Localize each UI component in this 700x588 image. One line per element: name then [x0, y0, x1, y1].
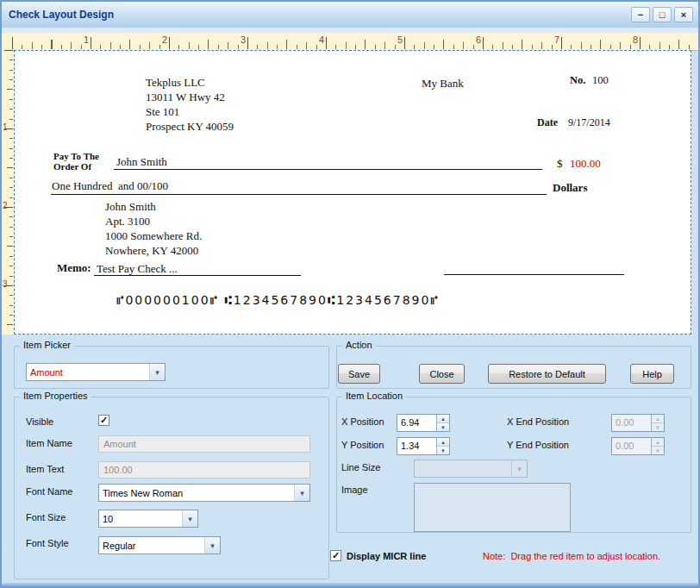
- vertical-ruler: 1 2 3: [2, 50, 15, 335]
- ruler-number: 3: [228, 34, 246, 45]
- font-name-select[interactable]: Times New Roman ▾: [98, 484, 310, 502]
- y-end-position-value: 0.00: [612, 438, 651, 454]
- font-style-select[interactable]: Regular ▾: [98, 536, 221, 554]
- ruler-number: 7: [542, 34, 559, 45]
- display-micr-label: Display MICR line: [347, 551, 426, 561]
- ruler-number: 1: [3, 122, 8, 132]
- payee-address-item[interactable]: John Smith Apt. 3100 1000 Somewhere Rd. …: [105, 199, 202, 258]
- window-controls: − □ ×: [631, 7, 693, 22]
- chevron-down-icon: ▾: [511, 460, 527, 477]
- save-button[interactable]: Save: [338, 364, 380, 384]
- company-line: Prospect KY 40059: [146, 119, 234, 134]
- check-design-canvas[interactable]: Tekplus LLC 13011 W Hwy 42 Ste 101 Prosp…: [14, 50, 691, 335]
- item-text-label: Item Text: [26, 464, 64, 474]
- amount-words-item[interactable]: One Hundred and 00/100: [52, 179, 168, 193]
- memo-underline: [94, 275, 301, 276]
- spin-up-icon: ▲: [652, 438, 664, 447]
- dollar-sign[interactable]: $: [557, 157, 563, 171]
- chevron-down-icon: ▾: [294, 485, 309, 501]
- ruler-number: 1: [72, 34, 89, 45]
- date-value[interactable]: 9/17/2014: [568, 116, 610, 129]
- line-size-label: Line Size: [341, 462, 380, 472]
- signature-line: [444, 274, 624, 275]
- action-group-label: Action: [342, 340, 376, 350]
- spin-down-icon: ▼: [652, 423, 664, 431]
- y-position-label: Y Position: [341, 440, 384, 450]
- item-name-label: Item Name: [26, 438, 72, 448]
- y-position-stepper[interactable]: 1.34 ▲▼: [397, 437, 450, 455]
- line-size-select: ▾: [414, 460, 528, 478]
- pay-to-label-line2[interactable]: Order Of: [53, 161, 91, 172]
- company-line: Ste 101: [146, 104, 234, 119]
- font-size-value: 10: [99, 514, 182, 524]
- title-bar: Check Layout Design − □ ×: [2, 2, 698, 28]
- check-number-label[interactable]: No.: [570, 74, 585, 87]
- font-size-select[interactable]: 10 ▾: [98, 510, 198, 528]
- check-number-value[interactable]: 100: [592, 74, 609, 87]
- window-bottom-edge: [2, 583, 698, 586]
- ruler-number: 3: [3, 279, 8, 289]
- ruler-number: 4: [307, 34, 324, 45]
- company-address-item[interactable]: Tekplus LLC 13011 W Hwy 42 Ste 101 Prosp…: [146, 75, 234, 134]
- x-position-stepper[interactable]: 6.94 ▲▼: [397, 414, 450, 432]
- font-name-label: Font Name: [26, 486, 72, 497]
- horizontal-ruler: 1 2 3 4 5 6 7 8: [2, 33, 698, 51]
- x-end-position-label: X End Position: [507, 416, 569, 427]
- display-micr-checkbox[interactable]: ✓: [330, 550, 341, 561]
- bank-name-item[interactable]: My Bank: [422, 77, 464, 91]
- ruler-number: 2: [150, 34, 167, 45]
- font-name-value: Times New Roman: [99, 488, 294, 498]
- item-picker-select[interactable]: Amount ▾: [26, 363, 166, 381]
- item-name-field[interactable]: Amount: [98, 435, 310, 453]
- font-style-label: Font Style: [26, 538, 69, 548]
- ruler-ticks-inch: [12, 37, 698, 49]
- payee-address-line: John Smith: [105, 199, 202, 214]
- visible-checkbox[interactable]: ✓: [98, 415, 109, 426]
- maximize-icon[interactable]: □: [653, 7, 672, 22]
- font-size-label: Font Size: [26, 512, 66, 522]
- chevron-down-icon: ▾: [149, 364, 165, 380]
- visible-label: Visible: [26, 416, 53, 427]
- check-layout-design-window: Check Layout Design − □ × 1 2 3 4 5 6 7 …: [0, 0, 700, 588]
- spin-down-icon[interactable]: ▼: [437, 447, 449, 454]
- amount-item-selected[interactable]: 100.00: [570, 157, 601, 171]
- font-style-value: Regular: [99, 541, 204, 551]
- x-position-value: 6.94: [397, 415, 436, 431]
- payee-name-item[interactable]: John Smith: [116, 155, 167, 169]
- payee-address-line: Nowhere, KY 42000: [105, 243, 202, 258]
- pay-to-label-line1[interactable]: Pay To The: [53, 151, 99, 161]
- spin-up-icon[interactable]: ▲: [437, 438, 449, 447]
- chevron-down-icon: ▾: [182, 510, 197, 527]
- micr-line-item[interactable]: ⑈000000100⑈ ⑆1234567890⑆1234567890⑈: [116, 293, 440, 307]
- close-button[interactable]: Close: [419, 364, 465, 384]
- ruler-number: 5: [385, 34, 403, 45]
- amount-words-underline: [51, 194, 547, 195]
- close-icon[interactable]: ×: [674, 7, 693, 22]
- minimize-icon[interactable]: −: [631, 7, 650, 22]
- item-location-group-label: Item Location: [342, 391, 406, 401]
- dollars-label[interactable]: Dollars: [553, 181, 587, 195]
- memo-label[interactable]: Memo:: [57, 261, 91, 275]
- help-button[interactable]: Help: [630, 364, 674, 384]
- window-title: Check Layout Design: [9, 2, 114, 28]
- memo-value-item[interactable]: Test Pay Check ...: [97, 262, 178, 276]
- item-picker-group-label: Item Picker: [20, 340, 74, 350]
- y-end-position-label: Y End Position: [507, 440, 569, 450]
- ruler-number: 8: [621, 34, 638, 45]
- company-line: 13011 W Hwy 42: [146, 90, 234, 104]
- ruler-ticks-inch: [4, 50, 13, 335]
- chevron-down-icon: ▾: [204, 537, 220, 554]
- item-properties-group-label: Item Properties: [20, 391, 91, 401]
- y-end-position-stepper: 0.00 ▲▼: [611, 437, 665, 455]
- image-preview-box[interactable]: [414, 483, 571, 532]
- date-label[interactable]: Date: [537, 116, 558, 129]
- x-end-position-value: 0.00: [612, 415, 651, 431]
- spin-down-icon: ▼: [652, 447, 664, 454]
- payee-address-line: 1000 Somewhere Rd.: [105, 228, 202, 243]
- restore-default-button[interactable]: Restore to Default: [488, 364, 606, 384]
- y-position-value: 1.34: [397, 438, 436, 454]
- spin-down-icon[interactable]: ▼: [437, 423, 449, 431]
- item-text-field[interactable]: 100.00: [98, 461, 310, 479]
- company-line: Tekplus LLC: [146, 75, 234, 90]
- spin-up-icon[interactable]: ▲: [437, 415, 449, 423]
